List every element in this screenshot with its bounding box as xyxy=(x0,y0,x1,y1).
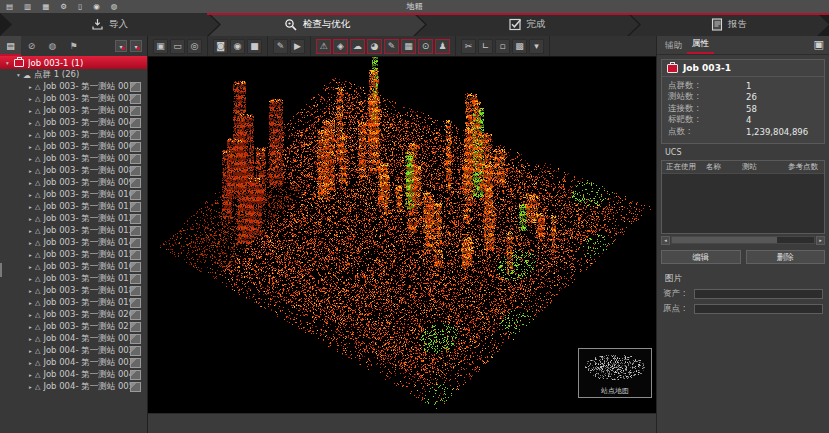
tree-station-row[interactable]: ▸△Job 003- 第一测站 009 (3) xyxy=(0,177,147,189)
station-image-icon[interactable] xyxy=(130,274,141,284)
walkthrough-button[interactable]: ♟ xyxy=(435,39,450,54)
station-image-icon[interactable] xyxy=(130,262,141,272)
tab-project-tree[interactable]: ▤ xyxy=(0,36,21,56)
scrollbar-thumb[interactable] xyxy=(672,237,777,243)
station-image-icon[interactable] xyxy=(130,286,141,296)
expander-icon[interactable]: ▸ xyxy=(26,216,35,222)
panel-splitter-handle[interactable] xyxy=(0,263,2,277)
tree-station-row[interactable]: ▸△Job 003- 第一测站 007 (5) xyxy=(0,153,147,165)
expander-icon[interactable]: ▸ xyxy=(26,228,35,234)
expander-icon[interactable]: ▸ xyxy=(26,264,35,270)
warning-button[interactable]: ⚠ xyxy=(316,39,331,54)
station-image-icon[interactable] xyxy=(130,322,141,332)
expander-icon[interactable]: ▸ xyxy=(26,360,35,366)
station-image-icon[interactable] xyxy=(130,154,141,164)
tab-auxiliary[interactable]: 辅助 xyxy=(660,37,687,54)
expander-icon[interactable]: ▸ xyxy=(26,240,35,246)
filter-a-icon[interactable]: ▾ xyxy=(115,40,127,52)
tree-station-row[interactable]: ▸△Job 003- 第一测站 002 (5) xyxy=(0,93,147,105)
expander-icon[interactable]: ▸ xyxy=(26,84,35,90)
scrollbar-track[interactable] xyxy=(671,236,815,244)
site-minimap[interactable]: 站点地图 xyxy=(578,348,652,398)
viewport-frame-button[interactable]: ▭ xyxy=(170,39,185,54)
expander-icon[interactable]: ▸ xyxy=(26,96,35,102)
expander-icon[interactable]: ▸ xyxy=(26,120,35,126)
zoom-window-button[interactable]: ◎ xyxy=(187,39,202,54)
scroll-right-icon[interactable]: ▸ xyxy=(816,236,825,245)
tree-station-row[interactable]: ▸△Job 003- 第一测站 016 (4) xyxy=(0,261,147,273)
tab-properties[interactable]: 属性 xyxy=(687,35,714,54)
camera-button[interactable]: ◙ xyxy=(213,39,228,54)
tree-station-row[interactable]: ▸△Job 003- 第一测站 006 (4) xyxy=(0,141,147,153)
expander-icon[interactable]: ▸ xyxy=(26,132,35,138)
station-image-icon[interactable] xyxy=(130,358,141,368)
expander-icon[interactable]: ▸ xyxy=(26,156,35,162)
station-image-icon[interactable] xyxy=(130,106,141,116)
tree-station-row[interactable]: ▸△Job 003- 第一测站 012 (5) xyxy=(0,213,147,225)
station-image-icon[interactable] xyxy=(130,334,141,344)
tree-station-row[interactable]: ▸△Job 003- 第一测站 014 (4) xyxy=(0,237,147,249)
step-import[interactable]: 导入 xyxy=(0,13,219,36)
station-image-icon[interactable] xyxy=(130,202,141,212)
tree-station-row[interactable]: ▸△Job 003- 第一测站 021 (9) xyxy=(0,321,147,333)
frame-button[interactable]: ▫ xyxy=(495,39,510,54)
asset-input[interactable] xyxy=(694,289,823,299)
expander-icon[interactable]: ▸ xyxy=(26,252,35,258)
delete-button[interactable]: 删除 xyxy=(746,250,826,264)
tree-pointcloud-group[interactable]: ▾ ☁ 点群 1 (26) xyxy=(0,69,147,81)
tab-flag[interactable]: ⚑ xyxy=(63,36,84,56)
help-icon[interactable]: ◉ xyxy=(93,0,100,13)
expander-icon[interactable]: ▸ xyxy=(26,324,35,330)
expander-icon[interactable]: ▸ xyxy=(26,108,35,114)
settings-icon[interactable]: ⚙ xyxy=(60,0,67,13)
station-image-icon[interactable] xyxy=(130,178,141,188)
station-image-icon[interactable] xyxy=(130,190,141,200)
filter-b-icon[interactable]: ▾ xyxy=(130,40,142,52)
station-image-icon[interactable] xyxy=(130,250,141,260)
expander-icon[interactable]: ▸ xyxy=(26,288,35,294)
measure-pen-button[interactable]: ✎ xyxy=(273,39,288,54)
station-image-icon[interactable] xyxy=(130,214,141,224)
tab-globe[interactable]: ◍ xyxy=(42,36,63,56)
expander-icon[interactable]: ▸ xyxy=(26,168,35,174)
tab-link[interactable]: ⊘ xyxy=(21,36,42,56)
station-image-icon[interactable] xyxy=(130,142,141,152)
expander-icon[interactable]: ▾ xyxy=(3,60,12,66)
pin-button[interactable]: ⊙ xyxy=(418,39,433,54)
axis-button[interactable]: ∟ xyxy=(478,39,493,54)
dropdown-button[interactable]: ▾ xyxy=(529,39,544,54)
station-image-icon[interactable] xyxy=(130,94,141,104)
expander-icon[interactable]: ▸ xyxy=(26,180,35,186)
open-project-icon[interactable]: ▤ xyxy=(6,0,13,13)
panel-layout-icon[interactable]: ▣ xyxy=(814,38,824,51)
tree-station-row[interactable]: ▸△Job 004- 第一测站 001 (3) xyxy=(0,333,147,345)
layout-button[interactable]: ▩ xyxy=(512,39,527,54)
expander-icon[interactable]: ▾ xyxy=(14,72,23,78)
station-image-icon[interactable] xyxy=(130,382,141,392)
scroll-left-icon[interactable]: ◂ xyxy=(661,236,670,245)
station-image-icon[interactable] xyxy=(130,346,141,356)
expander-icon[interactable]: ▸ xyxy=(26,372,35,378)
tree-station-row[interactable]: ▸△Job 004- 第一测站 003 (4) xyxy=(0,357,147,369)
station-image-icon[interactable] xyxy=(130,82,141,92)
expander-icon[interactable]: ▸ xyxy=(26,348,35,354)
station-image-icon[interactable] xyxy=(130,166,141,176)
tree-station-row[interactable]: ▸△Job 003- 第一测站 011 (2) xyxy=(0,201,147,213)
info-icon[interactable]: ◍ xyxy=(111,0,118,13)
tree-root-job[interactable]: ▾ Job 003-1 (1) xyxy=(0,56,147,69)
tree-station-row[interactable]: ▸△Job 004- 第一测站 004 (7) xyxy=(0,369,147,381)
tree-station-row[interactable]: ▸△Job 003- 第一测站 004 (5) xyxy=(0,117,147,129)
origin-input[interactable] xyxy=(694,304,823,314)
copy-button[interactable]: ▣ xyxy=(153,39,168,54)
step-report[interactable]: 报告 xyxy=(629,13,829,36)
tree-station-row[interactable]: ▸△Job 003- 第一测站 015 (4) xyxy=(0,249,147,261)
station-image-icon[interactable] xyxy=(130,370,141,380)
expander-icon[interactable]: ▸ xyxy=(26,336,35,342)
tree-station-row[interactable]: ▸△Job 003- 第一测站 005 (7) xyxy=(0,129,147,141)
expander-icon[interactable]: ▸ xyxy=(26,192,35,198)
tag-button[interactable]: ◈ xyxy=(333,39,348,54)
tree-station-row[interactable]: ▸△Job 003- 第一测站 019 (2) xyxy=(0,297,147,309)
point-render-button[interactable]: ◉ xyxy=(230,39,245,54)
tree-station-row[interactable]: ▸△Job 003- 第一测站 018 (4) xyxy=(0,285,147,297)
station-image-icon[interactable] xyxy=(130,310,141,320)
